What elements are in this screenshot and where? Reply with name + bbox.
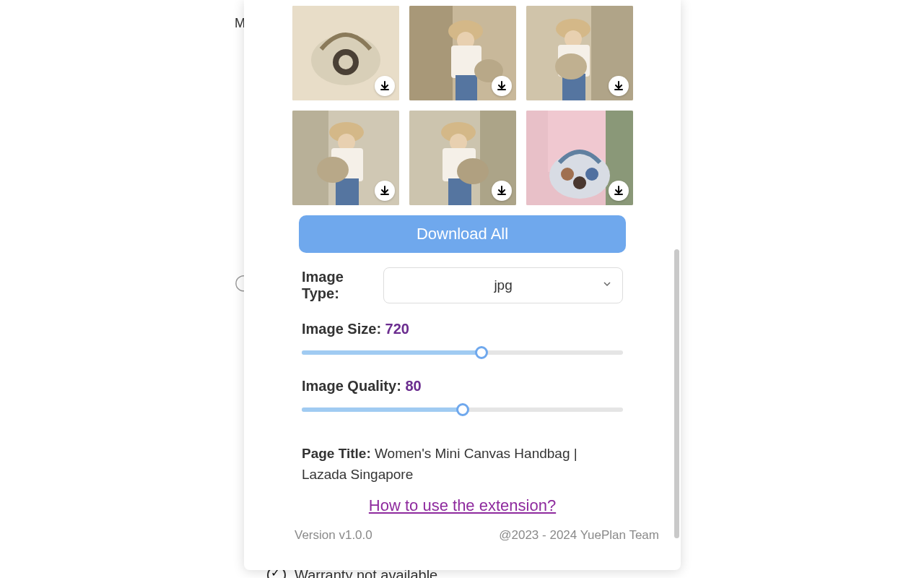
image-thumbnail[interactable] <box>526 111 633 205</box>
download-icon <box>496 185 507 197</box>
image-type-row: Image Type: jpg <box>302 267 623 303</box>
extension-popup: Download All Image Type: jpg Image Size:… <box>244 0 681 570</box>
image-grid <box>244 6 681 205</box>
svg-point-3 <box>339 55 353 69</box>
page-title-label: Page Title: <box>302 446 375 461</box>
download-item-button[interactable] <box>492 76 512 96</box>
image-thumbnail[interactable] <box>409 111 516 205</box>
svg-point-17 <box>555 53 587 79</box>
svg-rect-9 <box>456 75 477 100</box>
download-item-button[interactable] <box>492 181 512 201</box>
slider-fill <box>302 350 481 355</box>
footer-row: Version v1.0.0 @2023 - 2024 YuePlan Team <box>244 515 681 550</box>
svg-point-24 <box>317 157 349 183</box>
image-thumbnail[interactable] <box>292 111 399 205</box>
slider-thumb[interactable] <box>456 403 469 416</box>
page-title-section: Page Title: Women's Mini Canvas Handbag … <box>244 444 681 485</box>
image-quality-value: 80 <box>405 378 421 394</box>
version-text: Version v1.0.0 <box>295 528 372 543</box>
image-size-group: Image Size: 720 <box>302 321 623 355</box>
controls-section: Image Type: jpg Image Size: 720 <box>244 267 681 412</box>
download-icon <box>379 80 391 92</box>
svg-rect-19 <box>292 111 328 205</box>
image-type-value: jpg <box>494 277 512 293</box>
image-quality-label-row: Image Quality: 80 <box>302 378 623 394</box>
image-thumbnail[interactable] <box>526 6 633 100</box>
svg-point-31 <box>457 158 489 184</box>
image-thumbnail[interactable] <box>292 6 399 100</box>
image-quality-slider[interactable] <box>302 407 623 412</box>
image-type-select[interactable]: jpg <box>383 267 623 303</box>
svg-point-36 <box>561 168 574 181</box>
copyright-text: @2023 - 2024 YuePlan Team <box>499 528 659 543</box>
image-type-label: Image Type: <box>302 269 383 302</box>
svg-point-38 <box>573 176 586 189</box>
chevron-down-icon <box>602 279 612 292</box>
svg-rect-5 <box>409 6 453 100</box>
download-icon <box>613 80 624 92</box>
download-item-button[interactable] <box>375 76 395 96</box>
svg-rect-23 <box>336 178 359 205</box>
image-size-value: 720 <box>385 321 409 337</box>
help-link[interactable]: How to use the extension? <box>244 496 681 515</box>
svg-point-35 <box>549 152 610 199</box>
download-item-button[interactable] <box>609 76 629 96</box>
popup-content: Download All Image Type: jpg Image Size:… <box>244 0 681 570</box>
image-quality-group: Image Quality: 80 <box>302 378 623 412</box>
image-thumbnail[interactable] <box>409 6 516 100</box>
slider-thumb[interactable] <box>475 346 488 359</box>
image-quality-label: Image Quality: <box>302 378 405 394</box>
image-size-label: Image Size: <box>302 321 385 337</box>
image-size-label-row: Image Size: 720 <box>302 321 623 337</box>
download-item-button[interactable] <box>609 181 629 201</box>
download-icon <box>613 185 624 197</box>
svg-point-37 <box>585 168 598 181</box>
download-item-button[interactable] <box>375 181 395 201</box>
download-icon <box>379 185 391 197</box>
image-size-slider[interactable] <box>302 350 623 355</box>
slider-fill <box>302 407 463 412</box>
download-all-button[interactable]: Download All <box>299 215 626 253</box>
download-icon <box>496 80 507 92</box>
scrollbar-thumb[interactable] <box>674 249 679 538</box>
